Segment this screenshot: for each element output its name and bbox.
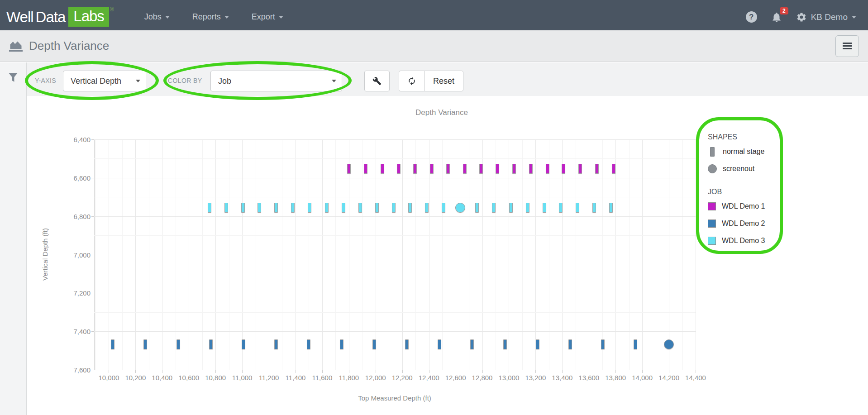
stage-marker-screenout[interactable] [455,203,465,213]
stage-marker-normal[interactable] [492,203,496,213]
stage-marker-normal[interactable] [479,164,483,174]
stage-marker-normal[interactable] [413,164,417,174]
stage-marker-normal[interactable] [425,203,429,213]
stage-marker-normal[interactable] [364,164,367,174]
stage-marker-normal[interactable] [241,203,245,213]
stage-marker-normal[interactable] [208,203,211,213]
stage-marker-normal[interactable] [601,339,605,349]
chevron-down-icon [165,16,170,19]
y-axis-tick [91,139,94,140]
stage-marker-normal[interactable] [340,339,343,349]
stage-marker-normal[interactable] [562,164,565,174]
stage-marker-normal[interactable] [568,339,572,349]
stage-marker-normal[interactable] [612,164,615,174]
legend-job-title: JOB [708,186,783,198]
stage-marker-normal[interactable] [559,203,563,213]
stage-marker-normal[interactable] [258,203,261,213]
stage-marker-normal[interactable] [475,203,479,213]
chevron-down-icon [852,16,856,19]
stage-marker-normal[interactable] [578,164,582,174]
x-axis-tick [322,370,323,373]
stage-marker-normal[interactable] [375,203,379,213]
stage-marker-normal[interactable] [342,203,345,213]
legend-item-normal-stage[interactable]: normal stage [708,143,783,160]
stage-marker-normal[interactable] [512,164,516,174]
stage-marker-normal[interactable] [463,164,467,174]
stage-marker-normal[interactable] [274,339,278,349]
chart-context-menu-button[interactable] [835,35,859,57]
menu-export[interactable]: Export [240,8,295,26]
notifications-button[interactable]: 2 [771,11,782,23]
stage-marker-normal[interactable] [347,164,351,174]
x-axis-tick [642,370,643,373]
stage-marker-normal[interactable] [274,203,278,213]
stage-marker-normal[interactable] [446,164,450,174]
stage-marker-normal[interactable] [111,339,114,349]
stage-marker-normal[interactable] [438,339,441,349]
x-axis-tick-label: 11,200 [259,374,279,382]
stage-marker-normal[interactable] [209,339,213,349]
stage-marker-normal[interactable] [536,339,539,349]
stage-marker-normal[interactable] [609,203,613,213]
stage-marker-normal[interactable] [307,339,310,349]
legend-item-wdl-demo-2[interactable]: WDL Demo 2 [708,215,783,232]
menu-reports[interactable]: Reports [181,8,240,26]
stage-marker-normal[interactable] [526,203,529,213]
stage-marker-normal[interactable] [576,203,579,213]
y-axis-tick [91,255,94,255]
stage-marker-normal[interactable] [470,339,474,349]
legend-item-wdl-demo-1[interactable]: WDL Demo 1 [708,198,783,215]
x-axis-tick-label: 10,400 [152,374,172,382]
user-menu[interactable]: KB Demo [796,12,856,23]
x-axis-tick-label: 11,600 [312,374,333,382]
chart-title: Depth Variance [415,108,468,117]
gridline-horizontal [94,216,696,217]
stage-marker-normal[interactable] [397,164,401,174]
menu-jobs[interactable]: Jobs [133,8,181,26]
x-axis-tick [562,370,563,373]
stage-marker-normal[interactable] [358,203,362,213]
stage-marker-normal[interactable] [546,164,549,174]
x-axis-tick-label: 13,400 [552,374,572,382]
stage-marker-normal[interactable] [543,203,546,213]
stage-marker-normal[interactable] [392,203,396,213]
stage-marker-normal[interactable] [595,164,599,174]
legend-item-wdl-demo-3[interactable]: WDL Demo 3 [708,232,783,249]
stage-marker-normal[interactable] [496,164,499,174]
stage-marker-normal[interactable] [509,203,513,213]
app-logo[interactable]: Well Data Labs ® [6,7,114,27]
stage-marker-normal[interactable] [325,203,329,213]
x-axis-tick [482,370,483,373]
stage-marker-normal[interactable] [408,203,412,213]
stage-marker-normal[interactable] [381,164,384,174]
stage-marker-normal[interactable] [176,339,180,349]
stage-marker-normal[interactable] [592,203,596,213]
hamburger-icon [843,45,852,47]
legend-item-screenout[interactable]: screenout [708,160,783,177]
stage-marker-screenout[interactable] [664,339,674,349]
stage-marker-normal[interactable] [405,339,409,349]
gridline-horizontal [94,235,696,236]
hamburger-icon [843,43,852,44]
help-icon[interactable]: ? [746,11,757,23]
x-axis-tick [696,370,696,373]
registered-trademark: ® [110,6,114,13]
stage-marker-normal[interactable] [634,339,637,349]
x-axis-tick [589,370,589,373]
stage-marker-normal[interactable] [372,339,376,349]
x-axis-tick-label: 14,000 [632,374,653,382]
stage-marker-normal[interactable] [308,203,311,213]
gridline-horizontal [94,255,696,255]
stage-marker-normal[interactable] [291,203,295,213]
chevron-down-icon [279,16,283,19]
stage-marker-normal[interactable] [224,203,228,213]
stage-marker-normal[interactable] [242,339,245,349]
stage-marker-normal[interactable] [430,164,434,174]
gridline-horizontal [94,197,696,197]
gear-icon [796,12,807,23]
stage-marker-normal[interactable] [442,203,445,213]
x-axis-tick-label: 12,400 [419,374,439,382]
stage-marker-normal[interactable] [529,164,533,174]
stage-marker-normal[interactable] [503,339,507,349]
stage-marker-normal[interactable] [143,339,147,349]
